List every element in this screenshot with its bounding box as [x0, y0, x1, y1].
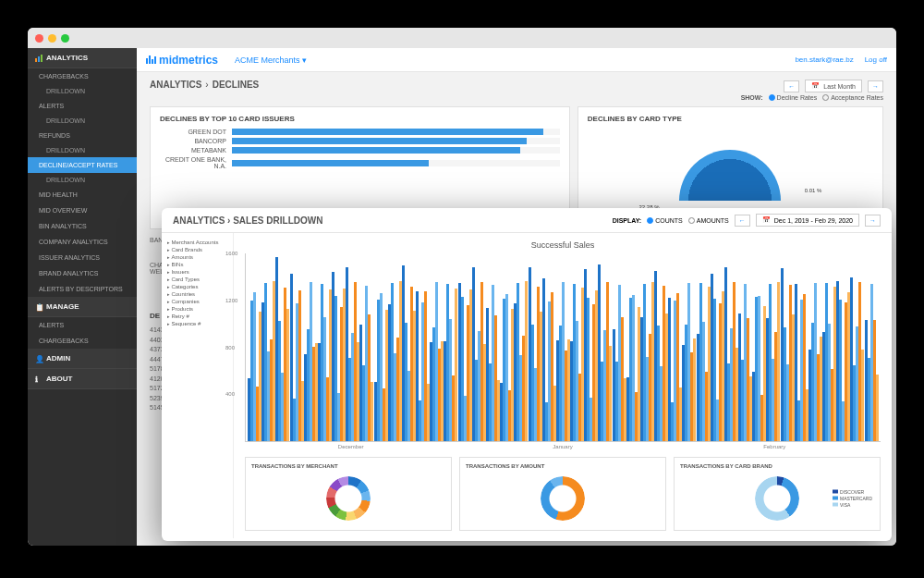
- bar-group: [458, 253, 472, 441]
- bar-group: [528, 253, 541, 441]
- logoff-link[interactable]: Log off: [865, 55, 887, 64]
- bar-group: [374, 253, 388, 441]
- bar-group: [612, 253, 626, 441]
- bar-group: [795, 253, 808, 441]
- brand-name: midmetrics: [159, 54, 218, 67]
- minimize-icon[interactable]: [48, 34, 56, 43]
- filter-item[interactable]: Categories: [167, 283, 227, 290]
- sidebar-item[interactable]: CHARGEBACKS: [28, 68, 137, 84]
- sidebar-item[interactable]: COMPANY ANALYTICS: [28, 234, 137, 250]
- merchant-dropdown[interactable]: ACME Merchants ▾: [235, 55, 307, 65]
- filter-item[interactable]: BINs: [167, 261, 227, 268]
- bar-group: [598, 253, 612, 441]
- acceptance-rates-option[interactable]: Acceptance Rates: [822, 94, 883, 101]
- bar-group: [738, 253, 752, 441]
- sidebar-subitem[interactable]: DRILLDOWN: [28, 143, 137, 157]
- sidebar-section-about[interactable]: ℹ ABOUT: [28, 369, 137, 389]
- sidebar-item[interactable]: MID HEALTH: [28, 187, 137, 203]
- chart-title: Successful Sales: [245, 240, 881, 250]
- amounts-option[interactable]: AMOUNTS: [688, 217, 729, 224]
- bar-group: [850, 253, 864, 441]
- close-icon[interactable]: [35, 34, 43, 43]
- breadcrumb: ANALYTICS›DECLINES: [150, 80, 259, 90]
- donut-merchant: TRANSACTIONS BY MERCHANT: [245, 457, 452, 531]
- issuer-row: METABANK: [160, 147, 560, 154]
- sidebar-subitem[interactable]: DRILLDOWN: [28, 173, 137, 187]
- bar-group: [654, 253, 668, 441]
- svg-rect-1: [38, 56, 40, 62]
- sidebar-section-admin[interactable]: 👤 ADMIN: [28, 349, 137, 369]
- svg-rect-0: [35, 58, 37, 62]
- svg-rect-2: [41, 55, 43, 62]
- bar-group: [822, 253, 836, 441]
- admin-icon: 👤: [35, 355, 43, 363]
- brand-logo[interactable]: midmetrics: [146, 54, 218, 67]
- filter-item[interactable]: Merchant Accounts: [167, 239, 227, 246]
- counts-option[interactable]: COUNTS: [647, 217, 683, 224]
- date-next-button[interactable]: →: [865, 215, 881, 227]
- sidebar-subitem[interactable]: DRILLDOWN: [28, 84, 137, 98]
- bar-group: [766, 253, 780, 441]
- donut-icon: [755, 476, 799, 521]
- filter-item[interactable]: Retry #: [167, 313, 227, 320]
- radio-off-icon: [688, 217, 695, 224]
- sidebar-section-label: MANAGE: [46, 302, 79, 311]
- breadcrumb: ANALYTICS › SALES DRILLDOWN: [173, 215, 322, 226]
- sidebar-item[interactable]: ISSUER ANALYTICS: [28, 250, 137, 265]
- sidebar-item[interactable]: REFUNDS: [28, 128, 137, 143]
- bar-group: [275, 253, 289, 441]
- bar-group: [556, 253, 570, 441]
- date-prev-button[interactable]: ←: [735, 215, 750, 227]
- user-email[interactable]: ben.stark@rae.bz: [795, 55, 853, 64]
- decline-rates-option[interactable]: Decline Rates: [769, 94, 818, 101]
- sidebar-item[interactable]: DECLINE/ACCEPT RATES: [28, 157, 137, 173]
- donut-amount: TRANSACTIONS BY AMOUNT: [459, 457, 666, 531]
- bar-group: [752, 253, 766, 441]
- sidebar-section-analytics[interactable]: ANALYTICS: [28, 48, 137, 68]
- sidebar-section-manage[interactable]: 📋 MANAGE: [28, 297, 137, 317]
- date-picker[interactable]: 📅 Last Month: [805, 80, 862, 92]
- filter-bar: ← 📅 Last Month →: [784, 80, 883, 92]
- show-label: SHOW:: [741, 94, 763, 101]
- bar-group: [711, 253, 724, 441]
- filter-item[interactable]: Products: [167, 305, 227, 313]
- bar-group: [388, 253, 402, 441]
- issuer-row: GREEN DOT: [160, 129, 560, 135]
- calendar-icon: 📅: [762, 216, 771, 224]
- bar-group: [668, 253, 682, 441]
- bar-group: [514, 253, 528, 441]
- sidebar-item[interactable]: ALERTS BY DESCRIPTORS: [28, 281, 137, 297]
- sidebar-item[interactable]: ALERTS: [28, 317, 137, 333]
- radio-on-icon: [647, 217, 653, 224]
- donut-brand: TRANSACTIONS BY CARD BRAND DISCOVER MAST…: [674, 457, 881, 531]
- date-prev-button[interactable]: ←: [784, 80, 799, 92]
- sidebar-section-label: ANALYTICS: [46, 54, 88, 62]
- sidebar-item[interactable]: ALERTS: [28, 98, 137, 114]
- filter-item[interactable]: Sequence #: [167, 320, 227, 327]
- bar-group: [248, 253, 261, 441]
- date-next-button[interactable]: →: [868, 80, 883, 92]
- date-picker[interactable]: 📅Dec 1, 2019 - Feb 29, 2020: [756, 214, 859, 227]
- filter-item[interactable]: Amounts: [167, 253, 227, 261]
- filter-item[interactable]: Card Types: [167, 276, 227, 283]
- legend: DISCOVER MASTERCARD VISA: [833, 489, 872, 509]
- bar-group: [781, 253, 795, 441]
- bar-group: [836, 253, 850, 441]
- bar-group: [332, 253, 346, 441]
- sidebar-subitem[interactable]: DRILLDOWN: [28, 114, 137, 128]
- sidebar-item[interactable]: BRAND ANALYTICS: [28, 265, 137, 281]
- maximize-icon[interactable]: [61, 34, 69, 43]
- bar-group: [444, 253, 457, 441]
- bar-group: [865, 253, 879, 441]
- filter-item[interactable]: Card Brands: [167, 246, 227, 253]
- sidebar-item[interactable]: CHARGEBACKS: [28, 333, 137, 349]
- filter-item[interactable]: Countries: [167, 290, 227, 298]
- manage-icon: 📋: [35, 303, 43, 311]
- filter-item[interactable]: Issuers: [167, 268, 227, 276]
- bar-group: [724, 253, 738, 441]
- donut-icon: [541, 476, 585, 521]
- about-icon: ℹ: [35, 375, 43, 383]
- filter-item[interactable]: Companies: [167, 298, 227, 305]
- sidebar-item[interactable]: MID OVERVIEW: [28, 203, 137, 218]
- sidebar-item[interactable]: BIN ANALYTICS: [28, 218, 137, 234]
